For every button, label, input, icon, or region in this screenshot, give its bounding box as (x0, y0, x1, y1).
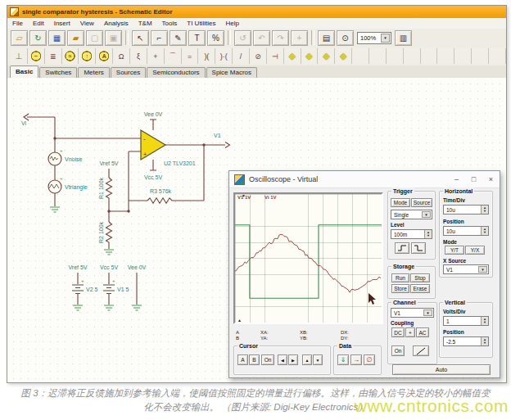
spinner-arrows[interactable]: ▲▼ (481, 227, 488, 235)
tab-spice-macros[interactable]: Spice Macros (206, 67, 257, 78)
cursor-a-button[interactable]: A (237, 355, 248, 365)
current-source-icon[interactable]: ↑ (79, 48, 96, 64)
coupling-ac-button[interactable]: AC (416, 327, 429, 337)
xsource-dropdown[interactable]: V1 ▼ (443, 264, 489, 274)
maximize-icon[interactable]: □ (465, 171, 482, 187)
storage-stop-button[interactable]: Stop (410, 273, 430, 282)
slope-button[interactable] (413, 345, 429, 356)
app-titlebar[interactable]: single comparator hysteresis - Schematic… (7, 6, 506, 18)
spinner-arrows[interactable]: ▲▼ (481, 317, 488, 325)
spinner-arrows[interactable]: ▲▼ (481, 337, 488, 345)
timediv-spinner[interactable]: 10u ▲▼ (443, 205, 489, 215)
hposition-spinner[interactable]: 10u ▲▼ (443, 226, 489, 236)
cursor-on-button[interactable]: On (261, 355, 274, 365)
close-icon[interactable]: × (482, 171, 500, 187)
wire-tool-icon[interactable]: ⌐ (151, 30, 168, 46)
channel-on-button[interactable]: On (391, 345, 405, 356)
channel-dropdown[interactable]: V1 ▼ (391, 308, 434, 318)
grid-icon[interactable]: ▤ (318, 30, 335, 46)
capacitor-icon[interactable]: = (182, 48, 199, 64)
source-vnoise[interactable]: + (48, 148, 63, 165)
coupling-dc-button[interactable]: DC (391, 327, 405, 337)
menu-item-view[interactable]: View (75, 20, 99, 27)
current-arrow-icon[interactable]: ◆ (335, 48, 352, 64)
menu-item-edit[interactable]: Edit (28, 20, 49, 27)
battery-v1[interactable] (103, 285, 115, 294)
ratio-tool-icon[interactable]: % (207, 30, 224, 46)
trigger-marker-icon[interactable]: ▼ (242, 194, 246, 198)
coupled-inductor-icon[interactable]: )·( (215, 48, 233, 64)
zoom-tool-icon[interactable]: ⊙ (337, 30, 354, 46)
cursor-b-button[interactable]: B (249, 355, 260, 365)
spinner-arrows[interactable]: ▲▼ (481, 205, 488, 214)
yx-mode-button[interactable]: Y/X (465, 246, 485, 255)
dropdown-arrow-icon[interactable]: ▼ (478, 266, 487, 273)
menu-item-tm[interactable]: T&M (133, 20, 157, 27)
falling-edge-button[interactable] (411, 242, 426, 254)
open-file-icon[interactable]: ▱ (11, 30, 28, 46)
text-tool-icon[interactable]: T (188, 30, 206, 46)
transformer-icon[interactable]: )( (198, 48, 215, 64)
menu-item-tools[interactable]: Tools (157, 20, 183, 27)
trigger-mode-dropdown[interactable]: Single ▼ (391, 210, 432, 219)
resistor-icon[interactable]: Ω (113, 48, 130, 64)
cursor-up-button[interactable]: ▲ (302, 355, 312, 365)
reload-icon[interactable]: ↻ (29, 30, 47, 46)
cursor-left-button[interactable]: ◀ (278, 355, 287, 365)
tab-basic[interactable]: Basic (10, 65, 38, 78)
trigger-source-button[interactable]: Source (411, 198, 432, 207)
trigger-level-spinner[interactable]: 100m ▲▼ (391, 229, 432, 239)
copy-data-icon[interactable]: → (350, 355, 362, 365)
zoom-level-dropdown[interactable]: 100% ▼ (357, 32, 391, 44)
tab-meters[interactable]: Meters (78, 67, 109, 78)
menu-item-help[interactable]: Help (220, 20, 243, 27)
yt-mode-button[interactable]: Y/T (445, 246, 464, 255)
ground-icon[interactable]: ⊥ (11, 48, 28, 64)
battery-v2[interactable] (72, 285, 84, 294)
storage-erase-button[interactable]: Erase (410, 284, 430, 293)
menu-item-ti-utilities[interactable]: TI Utilities (182, 20, 220, 27)
lamp-icon[interactable]: ⊘ (250, 48, 267, 64)
cursor-down-button[interactable]: ▼ (313, 355, 323, 365)
ammeter-icon[interactable]: A (96, 48, 113, 64)
dropdown-arrow-icon[interactable]: ▼ (381, 34, 390, 43)
minimize-icon[interactable]: – (448, 171, 465, 187)
trigger-mode-button[interactable]: Mode (391, 198, 410, 207)
diode-icon[interactable]: ⊣ (267, 48, 284, 64)
voltage-source-icon[interactable]: ~ (28, 48, 45, 64)
component-toolbar[interactable]: ⊥~≣≈↑AΩξ+⌒=)()·(/⊘⊣◆◆◆◆ (7, 47, 506, 66)
export-icon[interactable]: ▰ (67, 30, 84, 46)
draw-tool-icon[interactable]: ✎ (170, 30, 187, 46)
save-icon[interactable]: ▦ (48, 30, 66, 46)
inductor-icon[interactable]: ⌒ (165, 48, 182, 64)
voltsdiv-spinner[interactable]: 1 ▲▼ (443, 316, 489, 326)
tab-semiconductors[interactable]: Semiconductors (147, 67, 205, 78)
node-cross-icon[interactable]: + (147, 48, 165, 64)
tab-switches[interactable]: Switches (39, 67, 77, 78)
menu-item-file[interactable]: File (7, 20, 28, 27)
voltage-arrow-icon[interactable]: ◆ (318, 48, 335, 64)
voltage-pin-icon[interactable]: ◆ (284, 48, 301, 64)
menu-item-analysis[interactable]: Analysis (99, 20, 133, 27)
dropdown-arrow-icon[interactable]: ▼ (423, 309, 432, 316)
select-tool-icon[interactable]: ↖ (132, 30, 149, 46)
output-terminal-v1[interactable] (225, 142, 230, 148)
dropdown-arrow-icon[interactable]: ▼ (422, 211, 431, 218)
potentiometer-icon[interactable]: ξ (130, 48, 147, 64)
rising-edge-button[interactable] (395, 242, 409, 254)
interactive-mode-icon[interactable]: ▥ (395, 30, 412, 46)
storage-run-button[interactable]: Run (391, 273, 409, 282)
menu-bar[interactable]: FileEditInsertViewAnalysisT&MToolsTI Uti… (7, 18, 506, 29)
cursor-right-button[interactable]: ▶ (288, 355, 298, 365)
coupling-gnd-button[interactable]: + (405, 327, 415, 337)
voltage-generator-icon[interactable]: ≈ (62, 48, 79, 64)
source-vtriangle[interactable]: + (48, 176, 63, 193)
vposition-spinner[interactable]: -2.5 ▲▼ (443, 336, 489, 346)
tab-sources[interactable]: Sources (111, 67, 146, 78)
oscilloscope-titlebar[interactable]: Oscilloscope - Virtual – □ × (229, 171, 500, 188)
spinner-arrows[interactable]: ▲▼ (424, 230, 432, 238)
battery-icon[interactable]: ≣ (45, 48, 62, 64)
storage-store-button[interactable]: Store (391, 284, 409, 293)
clear-data-icon[interactable]: ∅ (364, 355, 375, 365)
auto-button[interactable]: Auto (392, 364, 491, 375)
